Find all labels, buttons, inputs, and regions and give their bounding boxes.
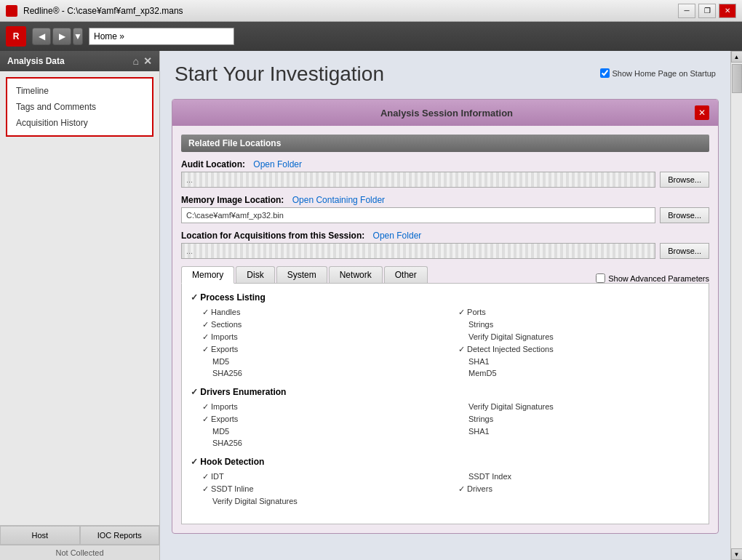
drivers-grid: Imports Verify Digital Signatures Export… <box>191 401 700 448</box>
check-idt: IDT <box>202 471 444 482</box>
check-drivers: Drivers <box>458 484 700 495</box>
hook-detection-section: Hook Detection IDT SSDT Index SSDT Inlin… <box>191 457 700 506</box>
title-bar-controls: ─ ❐ ✕ <box>678 4 736 18</box>
check-md5: MD5 <box>202 356 444 367</box>
process-listing-grid: Handles Ports Sections Strings Imports V… <box>191 307 700 378</box>
right-scrollbar: ▲ ▼ <box>730 51 742 560</box>
sidebar-status: Not Collected <box>0 545 159 560</box>
forward-button[interactable]: ▶ <box>52 28 71 45</box>
acquisitions-row: Location for Acquisitions from this Sess… <box>181 231 709 259</box>
check-drv-md5: MD5 <box>202 426 444 436</box>
memory-image-input[interactable] <box>181 207 655 223</box>
minimize-button[interactable]: ─ <box>678 4 695 18</box>
memory-input-row: Browse... <box>181 207 709 223</box>
title-bar: Redline® - C:\case¥amf¥amf_xp32.mans ─ ❐… <box>0 0 742 22</box>
tab-disk[interactable]: Disk <box>236 266 274 283</box>
tab-host[interactable]: Host <box>0 526 80 545</box>
acquisitions-open-folder-link[interactable]: Open Folder <box>373 231 422 241</box>
memory-image-row: Memory Image Location: Open Containing F… <box>181 195 709 223</box>
home-icon[interactable]: ⌂ <box>133 55 139 67</box>
close-button[interactable]: ✕ <box>719 4 736 18</box>
restore-button[interactable]: ❐ <box>698 4 716 18</box>
sidebar-nav: Timeline Tags and Comments Acquisition H… <box>6 77 153 137</box>
startup-checkbox-label: Show Home Page on Startup <box>613 69 716 78</box>
drivers-enumeration-title: Drivers Enumeration <box>191 387 700 397</box>
tab-other[interactable]: Other <box>384 266 428 283</box>
show-advanced-checkbox[interactable] <box>596 273 605 283</box>
hook-grid: IDT SSDT Index SSDT Inline Drivers Verif… <box>191 471 700 506</box>
file-locations-header: Related File Locations <box>181 135 709 152</box>
sidebar-item-timeline[interactable]: Timeline <box>7 83 152 99</box>
modal-dialog: Analysis Session Information ✕ Related F… <box>172 99 719 534</box>
modal-title: Analysis Session Information <box>199 108 695 119</box>
nav-buttons: ◀ ▶ ▼ <box>32 28 83 45</box>
content-area: Start Your Investigation Show Home Page … <box>160 51 730 560</box>
tab-memory[interactable]: Memory <box>181 266 234 284</box>
acquisitions-browse-button[interactable]: Browse... <box>660 243 709 259</box>
modal-body: Related File Locations Audit Location: O… <box>172 126 718 533</box>
toolbar: R ◀ ▶ ▼ Home » <box>0 22 742 51</box>
page-title: Start Your Investigation <box>175 63 384 86</box>
title-bar-title: Redline® - C:\case¥amf¥amf_xp32.mans <box>23 6 183 16</box>
check-imports: Imports <box>202 332 444 343</box>
scroll-up-button[interactable]: ▲ <box>731 51 743 63</box>
check-verify-sigs: Verify Digital Signatures <box>458 332 700 343</box>
show-advanced-label: Show Advanced Parameters <box>608 274 709 283</box>
check-strings: Strings <box>458 319 700 330</box>
pin-icon[interactable]: ✕ <box>143 55 152 67</box>
check-sections: Sections <box>202 319 444 330</box>
acquisitions-label: Location for Acquisitions from this Sess… <box>181 231 709 241</box>
modal-content: Analysis Session Information ✕ Related F… <box>172 99 719 534</box>
startup-checkbox[interactable] <box>600 68 610 78</box>
audit-input-row: Browse... <box>181 172 709 188</box>
sidebar-bottom: Host IOC Reports Not Collected <box>0 525 159 560</box>
address-text: Home » <box>94 31 124 41</box>
hook-detection-title: Hook Detection <box>191 457 700 467</box>
modal-title-bar: Analysis Session Information ✕ <box>172 100 718 126</box>
tab-ioc-reports[interactable]: IOC Reports <box>80 526 160 545</box>
audit-location-label: Audit Location: Open Folder <box>181 159 709 169</box>
check-drv-strings: Strings <box>458 414 700 425</box>
tab-system[interactable]: System <box>276 266 327 283</box>
audit-browse-button[interactable]: Browse... <box>660 172 709 188</box>
check-ssdt-inline: SSDT Inline <box>202 484 444 495</box>
app-icon <box>6 5 17 17</box>
memory-open-folder-link[interactable]: Open Containing Folder <box>292 195 385 205</box>
audit-open-folder-link[interactable]: Open Folder <box>253 159 302 169</box>
sidebar-tabs: Host IOC Reports <box>0 526 159 545</box>
check-drv-imports: Imports <box>202 401 444 412</box>
nav-dropdown-button[interactable]: ▼ <box>73 28 83 45</box>
main-layout: Analysis Data ⌂ ✕ Timeline Tags and Comm… <box>0 51 742 560</box>
sidebar: Analysis Data ⌂ ✕ Timeline Tags and Comm… <box>0 51 160 560</box>
acquisitions-input-row: Browse... <box>181 243 709 259</box>
check-ssdt-index: SSDT Index <box>458 471 700 482</box>
check-verify-dig-sigs: Verify Digital Signatures <box>202 496 444 506</box>
back-button[interactable]: ◀ <box>32 28 51 45</box>
address-bar: Home » <box>89 28 234 45</box>
memory-browse-button[interactable]: Browse... <box>660 207 709 223</box>
modal-close-button[interactable]: ✕ <box>695 105 709 120</box>
tabs-row: Memory Disk System Network <box>181 266 709 283</box>
process-listing-title: Process Listing <box>191 292 700 303</box>
check-drv-exports: Exports <box>202 414 444 425</box>
app-logo: R <box>6 26 26 47</box>
tabs-bar: Memory Disk System Network <box>181 266 429 283</box>
check-sha1: SHA1 <box>458 356 700 367</box>
scroll-thumb[interactable] <box>732 64 742 93</box>
audit-location-input[interactable] <box>181 172 655 188</box>
acquisitions-input[interactable] <box>181 243 655 259</box>
tab-network[interactable]: Network <box>329 266 383 283</box>
startup-checkbox-area: Show Home Page on Startup <box>600 68 716 78</box>
sidebar-item-acquisition[interactable]: Acquisition History <box>7 115 152 131</box>
scroll-down-button[interactable]: ▼ <box>731 548 743 560</box>
check-detect-injected: Detect Injected Sections <box>458 344 700 355</box>
sidebar-header: Analysis Data ⌂ ✕ <box>0 51 159 71</box>
check-drv-sha1: SHA1 <box>458 426 700 436</box>
tab-content-memory: Process Listing Handles Ports Sections S… <box>181 283 709 524</box>
check-sha256: SHA256 <box>202 368 444 378</box>
check-ports: Ports <box>458 307 700 318</box>
drivers-enumeration-section: Drivers Enumeration Imports Verify Digit… <box>191 387 700 448</box>
process-listing-section: Process Listing Handles Ports Sections S… <box>191 292 700 378</box>
sidebar-header-icons: ⌂ ✕ <box>133 55 152 67</box>
sidebar-item-tags[interactable]: Tags and Comments <box>7 99 152 115</box>
